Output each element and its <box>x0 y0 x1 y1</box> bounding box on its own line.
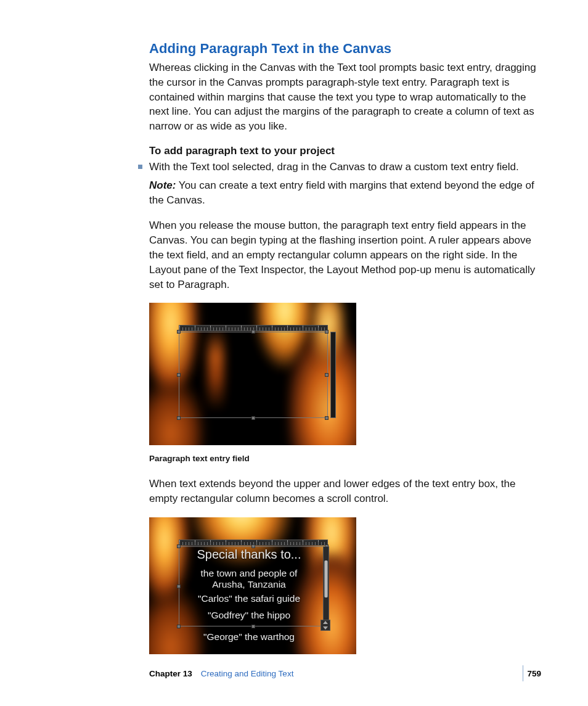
resize-handle[interactable] <box>325 373 329 377</box>
footer-title: Creating and Editing Text <box>201 669 294 678</box>
resize-handle[interactable] <box>177 373 181 377</box>
bullet-row: With the Text tool selected, drag in the… <box>138 160 541 174</box>
note-text: You can create a text entry field with m… <box>149 179 534 206</box>
credits-line-b: Arusha, Tanzania <box>212 579 286 589</box>
step-heading: To add paragraph text to your project <box>149 145 541 157</box>
scroll-thumb[interactable] <box>324 560 328 597</box>
credits-line: Special thanks to... <box>179 548 319 562</box>
resize-handle[interactable] <box>251 625 255 628</box>
resize-handle[interactable] <box>325 416 329 420</box>
figure-caption: Paragraph text entry field <box>149 454 541 463</box>
resize-handle[interactable] <box>177 416 181 420</box>
resize-handle[interactable] <box>177 625 181 628</box>
bullet-text: With the Text tool selected, drag in the… <box>149 160 519 174</box>
note-label: Note: <box>149 179 176 191</box>
paragraph-2: When you release the mouse button, the p… <box>149 218 541 292</box>
page: Adding Paragraph Text in the Canvas Wher… <box>0 0 588 706</box>
page-footer: Chapter 13 Creating and Editing Text 759 <box>149 665 541 681</box>
resize-handle[interactable] <box>251 330 255 334</box>
intro-paragraph: Whereas clicking in the Canvas with the … <box>149 60 541 134</box>
resize-handle[interactable] <box>325 330 329 334</box>
resize-handle[interactable] <box>251 416 255 420</box>
resize-handle[interactable] <box>177 330 181 334</box>
paragraph-3: When text extends beyond the upper and l… <box>149 477 541 506</box>
credits-line: "George" the warthog <box>179 631 319 642</box>
stepper-icon[interactable] <box>321 620 330 631</box>
note-paragraph: Note: You can create a text entry field … <box>149 178 541 208</box>
credits-line: the town and people of Arusha, Tanzania <box>179 568 319 590</box>
credits-line: "Carlos" the safari guide <box>179 593 319 604</box>
figure-scroll-control: Special thanks to... the town and people… <box>149 517 356 654</box>
credits-line: "Godfrey" the hippo <box>179 610 319 621</box>
text-entry-field[interactable] <box>179 332 328 418</box>
figure-paragraph-entry <box>149 303 356 445</box>
scroll-control[interactable] <box>323 546 329 626</box>
footer-divider-icon <box>523 665 523 681</box>
section-heading: Adding Paragraph Text in the Canvas <box>149 41 541 57</box>
scroll-column <box>330 332 336 418</box>
square-bullet-icon <box>138 165 142 169</box>
credits-line-a: the town and people of <box>201 568 298 578</box>
footer-page-number: 759 <box>527 669 541 678</box>
footer-chapter: Chapter 13 <box>149 669 192 678</box>
